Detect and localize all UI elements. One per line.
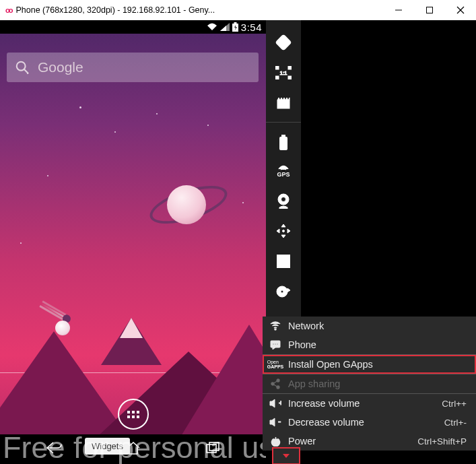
maximize-button[interactable]	[414, 0, 445, 20]
menu-item-network[interactable]: Network	[263, 317, 476, 335]
disk-io-button[interactable]	[266, 277, 301, 306]
svg-rect-14	[288, 76, 292, 79]
svg-rect-12	[288, 66, 292, 69]
svg-rect-17	[280, 137, 287, 150]
svg-rect-13	[275, 76, 279, 79]
gps-label: GPS	[277, 171, 290, 178]
planet	[167, 185, 206, 224]
genymotion-icon: oo	[5, 6, 11, 14]
app-drawer-button[interactable]	[118, 399, 149, 430]
screencast-button[interactable]	[266, 89, 301, 117]
webcam-button[interactable]	[266, 187, 301, 215]
gapps-icon: OpenGAPPS	[269, 360, 281, 369]
close-button[interactable]	[445, 0, 476, 20]
menu-label: Install Open GApps	[288, 359, 469, 370]
menu-item-volume-down[interactable]: - Decrease volume Ctrl+-	[263, 413, 476, 432]
comet	[40, 300, 72, 323]
right-pane	[301, 20, 476, 317]
menu-label: Power	[288, 436, 411, 446]
menu-item-volume-up[interactable]: + Increase volume Ctrl++	[263, 394, 476, 413]
svg-text:-: -	[278, 418, 281, 426]
pixel-ratio-button[interactable]: 1:1	[266, 59, 301, 87]
google-search-bar[interactable]: Google	[7, 53, 259, 82]
svg-point-6	[17, 62, 26, 71]
menu-shortcut: Ctrl++	[442, 399, 469, 409]
move-button[interactable]	[266, 217, 301, 245]
menu-label: App sharing	[288, 378, 469, 389]
status-clock: 3:54	[241, 22, 262, 33]
menu-shortcut: Ctrl+-	[444, 418, 469, 428]
svg-point-20	[281, 197, 286, 202]
svg-point-26	[275, 329, 276, 330]
phone-screen: 3:54 Google	[0, 20, 266, 464]
home-wallpaper[interactable]: Google	[0, 34, 266, 446]
signal-icon	[220, 23, 230, 31]
volume-up-icon: +	[269, 399, 281, 408]
svg-text:+: +	[279, 399, 281, 407]
menu-collapse-button[interactable]	[273, 448, 300, 464]
svg-point-29	[275, 343, 276, 345]
svg-point-25	[281, 290, 283, 293]
power-icon	[269, 436, 281, 446]
identifier-button[interactable]: ID	[266, 247, 301, 275]
network-icon	[269, 321, 281, 331]
svg-point-21	[283, 230, 285, 232]
share-icon	[269, 378, 281, 389]
menu-label: Phone	[288, 339, 469, 350]
window-title: Phone (768x1280, 320dpi) - 192.168.92.10…	[15, 5, 215, 15]
menu-label: Decrease volume	[288, 417, 438, 428]
battery-button[interactable]	[266, 122, 301, 154]
svg-text:ID: ID	[280, 258, 287, 266]
watermark-text: Free for personal use	[3, 430, 266, 464]
svg-rect-16	[277, 100, 290, 108]
genymotion-toolbar: 1:1 GPS ID	[266, 20, 301, 317]
svg-rect-5	[234, 22, 236, 24]
menu-label: Increase volume	[288, 398, 435, 409]
search-icon	[15, 60, 30, 75]
phone-sms-icon	[269, 340, 281, 350]
wifi-icon	[207, 23, 217, 31]
svg-rect-11	[275, 66, 279, 69]
menu-label: Network	[288, 321, 469, 331]
battery-status-icon	[232, 22, 238, 32]
menu-shortcut: Ctrl+Shift+P	[417, 436, 469, 446]
svg-line-35	[274, 385, 277, 387]
android-status-bar: 3:54	[0, 20, 266, 34]
svg-line-34	[274, 381, 277, 383]
svg-rect-1	[427, 7, 433, 13]
svg-point-30	[277, 343, 278, 345]
gps-button[interactable]: GPS	[266, 156, 301, 185]
menu-item-phone[interactable]: Phone	[263, 335, 476, 354]
svg-point-28	[273, 343, 274, 345]
svg-rect-10	[276, 35, 292, 51]
rotate-button[interactable]	[266, 28, 301, 57]
svg-rect-18	[282, 135, 285, 137]
menu-item-app-sharing: App sharing	[263, 374, 476, 393]
overflow-menu: Network Phone OpenGAPPS Install Open GAp…	[263, 317, 476, 451]
window-titlebar: oo Phone (768x1280, 320dpi) - 192.168.92…	[0, 0, 476, 20]
svg-line-7	[24, 69, 28, 73]
minimize-button[interactable]	[383, 0, 414, 20]
search-placeholder: Google	[38, 59, 83, 75]
svg-text:1:1: 1:1	[279, 70, 287, 76]
menu-item-install-gapps[interactable]: OpenGAPPS Install Open GApps	[263, 355, 476, 374]
volume-down-icon: -	[269, 418, 281, 427]
